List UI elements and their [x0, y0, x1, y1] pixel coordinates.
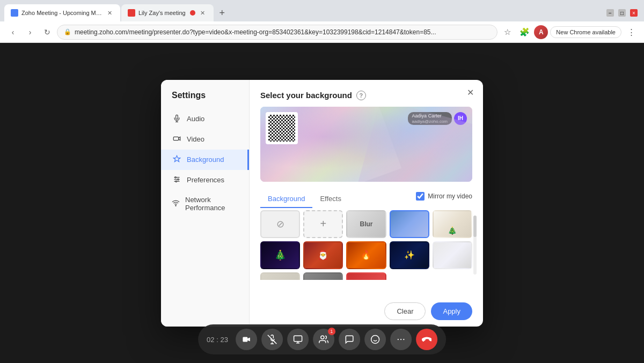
svg-point-19 [371, 336, 379, 344]
audio-icon [172, 114, 181, 124]
xmas-icon-4: ✨ [404, 250, 415, 260]
fire-icon: 🔥 [361, 250, 371, 260]
bg-xmas1[interactable]: 🎄 [260, 241, 300, 269]
lock-icon: 🔒 [64, 28, 71, 35]
bg-none[interactable]: ⊘ [260, 210, 300, 238]
svg-marker-3 [178, 137, 180, 140]
participants-button-wrapper: 1 [313, 329, 334, 350]
reload-button[interactable]: ↻ [40, 25, 55, 40]
preferences-icon [172, 175, 181, 185]
menu-button[interactable]: ⋮ [624, 25, 639, 40]
meeting-toolbar: 02 : 23 [198, 324, 446, 354]
add-icon: + [320, 218, 326, 230]
toolbar-actions: ☆ 🧩 A New Chrome available ⋮ [500, 25, 639, 40]
sidebar-label-background: Background [187, 155, 224, 164]
bg-xmas2[interactable]: 🎅 [303, 241, 343, 269]
content-title: Select your background ? [260, 91, 472, 100]
svg-point-23 [400, 339, 401, 340]
dialog-footer: Clear Apply [250, 296, 483, 327]
bg-xmas3[interactable]: 🔥 [346, 241, 386, 269]
close-button[interactable]: × [630, 9, 638, 17]
tab-favicon-1 [11, 9, 18, 17]
settings-title: Settings [161, 91, 249, 109]
chat-button[interactable] [339, 329, 360, 350]
tab-2[interactable]: Lily Zay's meeting ✕ [121, 4, 214, 21]
reactions-button[interactable] [364, 329, 386, 350]
xmas-tree-icon-1: 🎄 [448, 226, 457, 235]
clear-button[interactable]: Clear [384, 302, 426, 320]
camera-button[interactable] [236, 329, 257, 350]
bg-partial2[interactable]: nЬ [303, 272, 343, 280]
forward-button[interactable]: › [23, 25, 38, 40]
tab-close-2[interactable]: ✕ [199, 9, 207, 17]
tab-title-1: Zoho Meeting - Upcoming Me... [21, 10, 102, 16]
back-button[interactable]: ‹ [5, 25, 20, 40]
bg-partial3[interactable] [346, 272, 386, 280]
tab-close-1[interactable]: ✕ [105, 9, 114, 17]
participant-badge: Aadiya Carteraadiya@zoho.com IH [408, 112, 467, 125]
mirror-checkbox[interactable] [416, 192, 425, 201]
screen-share-button[interactable] [287, 329, 309, 350]
tab-bar: Zoho Meeting - Upcoming Me... ✕ Lily Zay… [0, 0, 644, 21]
sidebar-label-audio: Audio [187, 115, 204, 123]
svg-point-18 [321, 336, 324, 339]
meeting-area: Settings Audio [0, 43, 644, 363]
settings-sidebar: Settings Audio [161, 80, 250, 327]
timer-display: 02 : 23 [207, 336, 228, 344]
participants-badge: 1 [328, 328, 335, 335]
add-tab-button[interactable]: + [215, 5, 230, 20]
bg-grid-container: ⊘ + Blur 🎄 [260, 210, 472, 280]
video-icon [172, 135, 181, 144]
dialog-close-button[interactable]: ✕ [464, 86, 477, 99]
browser-chrome: Zoho Meeting - Upcoming Me... ✕ Lily Zay… [0, 0, 644, 43]
svg-rect-2 [173, 137, 178, 140]
sidebar-label-video: Video [187, 135, 204, 143]
apply-button[interactable]: Apply [431, 302, 472, 320]
background-icon [172, 155, 181, 165]
tab-effects[interactable]: Effects [312, 190, 349, 208]
minimize-button[interactable]: − [606, 9, 614, 17]
help-icon[interactable]: ? [356, 91, 366, 100]
sidebar-item-background[interactable]: Background [161, 150, 249, 170]
window-controls: − □ × [606, 9, 640, 17]
chrome-update-button[interactable]: New Chrome available [550, 26, 621, 38]
address-bar[interactable]: 🔒 meeting.zoho.com/meeting/presenter.do?… [57, 25, 497, 40]
blur-label: Blur [360, 220, 372, 228]
scrollbar-track[interactable] [473, 216, 477, 275]
bg-add[interactable]: + [303, 210, 343, 238]
bg-xmas4[interactable]: ✨ [390, 241, 429, 269]
sidebar-item-network[interactable]: Network Performance [161, 190, 249, 217]
bg-blur[interactable]: Blur [346, 210, 386, 238]
svg-point-9 [175, 181, 177, 182]
extension-button[interactable]: 🧩 [517, 25, 532, 40]
svg-rect-15 [294, 336, 302, 342]
qr-overlay [266, 112, 298, 144]
svg-point-7 [174, 176, 176, 178]
svg-point-24 [403, 339, 404, 340]
bg-room1[interactable]: 🎄 [433, 210, 472, 238]
tab-background[interactable]: Background [260, 190, 312, 208]
more-button[interactable] [390, 329, 412, 350]
sidebar-item-video[interactable]: Video [161, 129, 249, 150]
dialog-overlay: Settings Audio [0, 43, 644, 363]
end-call-button[interactable] [416, 329, 437, 350]
browser-toolbar: ‹ › ↻ 🔒 meeting.zoho.com/meeting/present… [0, 21, 644, 43]
settings-content: ✕ Select your background ? [250, 80, 483, 327]
mirror-row: Mirror my video [416, 192, 483, 201]
mic-button[interactable] [261, 329, 283, 350]
sidebar-item-preferences[interactable]: Preferences [161, 170, 249, 190]
maximize-button[interactable]: □ [618, 9, 626, 17]
bg-sky[interactable] [390, 210, 429, 238]
sidebar-item-audio[interactable]: Audio [161, 109, 249, 129]
scrollbar-thumb[interactable] [473, 216, 477, 237]
none-icon: ⊘ [276, 218, 284, 230]
bg-room2[interactable] [433, 241, 472, 269]
svg-point-22 [398, 339, 399, 340]
content-header: Select your background ? [250, 80, 483, 107]
mirror-label: Mirror my video [428, 192, 472, 200]
profile-avatar[interactable]: A [534, 25, 548, 39]
bg-partial1[interactable] [260, 272, 300, 280]
qr-code [268, 115, 295, 142]
bookmark-button[interactable]: ☆ [500, 25, 515, 40]
tab-1[interactable]: Zoho Meeting - Upcoming Me... ✕ [4, 4, 120, 21]
